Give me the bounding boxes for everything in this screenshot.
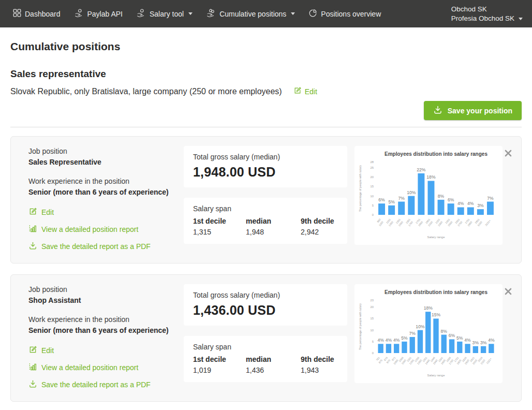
svg-text:15: 15 <box>371 317 374 320</box>
svg-text:18%: 18% <box>424 305 433 311</box>
salary-span-label: Salary span <box>193 343 338 351</box>
download-icon <box>433 105 442 116</box>
salary-distribution-chart: Employees distribution into salary range… <box>358 150 499 241</box>
ninth-decile-value: 1,943 <box>301 366 338 374</box>
svg-text:5: 5 <box>372 204 374 207</box>
nav-label: Cumulative positions <box>219 10 286 18</box>
svg-text:0: 0 <box>372 213 374 216</box>
median-header: median <box>246 355 301 363</box>
edit-position-link[interactable]: Edit <box>28 207 184 217</box>
svg-text:3%: 3% <box>477 203 484 208</box>
svg-text:6%: 6% <box>449 333 455 338</box>
svg-text:28: 28 <box>371 160 374 164</box>
total-salary-box: Total gross salary (median) 1,436.00 USD <box>184 284 347 326</box>
salary-span-box: Salary span 1st decile median 9th decile… <box>184 336 347 382</box>
svg-text:3%: 3% <box>480 340 487 345</box>
svg-text:4%: 4% <box>488 338 495 343</box>
caret-down-icon <box>519 18 523 20</box>
position-card-sales-representative: Job position Sales Representative Work e… <box>10 136 522 263</box>
page-title: Cumulative positions <box>10 27 522 53</box>
svg-text:Salary range: Salary range <box>427 236 445 239</box>
download-icon <box>28 379 37 390</box>
svg-text:Salary range: Salary range <box>427 374 445 377</box>
svg-text:7%: 7% <box>398 196 405 201</box>
job-position-label: Job position <box>28 147 184 155</box>
position-criteria: Slovak Republic, only Bratislava, large … <box>10 87 282 96</box>
position-title: Sales representative <box>10 68 522 80</box>
salary-span-label: Salary span <box>193 204 338 213</box>
svg-text:20: 20 <box>371 305 374 309</box>
svg-text:10: 10 <box>371 195 374 198</box>
edit-criteria-link[interactable]: Edit <box>293 86 317 96</box>
nav-item-dashboard[interactable]: Dashboard <box>6 0 67 27</box>
job-position-value: Sales Representative <box>28 158 184 166</box>
svg-text:15%: 15% <box>432 312 441 317</box>
median-header: median <box>246 217 301 225</box>
nav-label: Salary tool <box>150 10 184 18</box>
chart-panel: Employees distribution into salary range… <box>354 284 503 383</box>
first-decile-value: 1,019 <box>193 366 246 374</box>
total-salary-label: Total gross salary (median) <box>193 291 338 299</box>
median-value: 1,948 <box>246 228 301 236</box>
chart-panel: Employees distribution into salary range… <box>354 146 503 245</box>
download-icon <box>28 241 37 252</box>
save-position-button[interactable]: Save your position <box>424 101 522 120</box>
svg-text:4%: 4% <box>393 338 400 343</box>
position-info: Job position Sales Representative Work e… <box>28 146 184 252</box>
svg-text:22%: 22% <box>417 167 426 172</box>
ninth-decile-header: 9th decile <box>301 217 338 225</box>
svg-text:7%: 7% <box>409 331 416 336</box>
svg-text:4%: 4% <box>386 338 392 343</box>
close-card-button[interactable] <box>504 287 513 297</box>
svg-text:5: 5 <box>372 340 374 343</box>
salary-distribution-chart-box: Employees distribution into salary range… <box>354 146 503 245</box>
svg-text:5%: 5% <box>456 335 463 341</box>
save-pdf-link[interactable]: Save the detailed report as a PDF <box>28 379 184 390</box>
work-experience-value: Senior (more than 6 years of experience) <box>28 326 184 334</box>
hand-coin-icon <box>74 8 84 19</box>
svg-text:4%: 4% <box>467 201 474 206</box>
ninth-decile-value: 2,942 <box>301 228 338 236</box>
svg-text:25: 25 <box>371 166 374 169</box>
position-info: Job position Shop Assistant Work experie… <box>28 284 184 390</box>
nav-item-cumulative-positions[interactable]: Cumulative positions <box>199 0 302 27</box>
nav-item-salary-tool[interactable]: Salary tool <box>129 0 199 27</box>
total-salary-value: 1,948.00 USD <box>193 165 338 180</box>
first-decile-value: 1,315 <box>193 228 246 236</box>
section-divider <box>10 127 522 127</box>
view-report-link[interactable]: View a detailed position report <box>28 224 184 235</box>
pencil-edit-icon <box>28 207 37 217</box>
svg-text:3151+: 3151+ <box>484 219 491 227</box>
bar-chart-report-icon <box>28 224 37 235</box>
account-menu[interactable]: Obchod SK Profesia Obchod SK <box>451 5 523 23</box>
work-experience-label: Work experience in the position <box>28 315 184 324</box>
edit-position-link[interactable]: Edit <box>28 345 184 356</box>
svg-text:4%: 4% <box>377 338 384 343</box>
nav-item-positions-overview[interactable]: Positions overview <box>302 0 388 27</box>
svg-text:The percentage of people with: The percentage of people with salary <box>359 165 362 212</box>
job-position-value: Shop Assistant <box>28 296 184 304</box>
view-report-link[interactable]: View a detailed position report <box>28 362 184 373</box>
svg-text:0: 0 <box>372 352 374 355</box>
svg-text:6%: 6% <box>448 197 454 202</box>
close-card-button[interactable] <box>504 149 513 158</box>
total-salary-box: Total gross salary (median) 1,948.00 USD <box>184 146 347 187</box>
pencil-edit-icon <box>293 86 302 96</box>
salary-summary: Total gross salary (median) 1,436.00 USD… <box>184 284 347 382</box>
svg-text:4%: 4% <box>464 338 471 343</box>
hand-coin-icon <box>136 8 146 19</box>
nav-label: Paylab API <box>87 10 123 18</box>
svg-text:Employees distribution into sa: Employees distribution into salary range… <box>385 289 487 295</box>
svg-text:4%: 4% <box>457 201 464 206</box>
hand-coins-icon <box>206 8 216 19</box>
svg-text:23: 23 <box>371 299 374 302</box>
total-salary-label: Total gross salary (median) <box>193 153 338 161</box>
svg-text:2111+: 2111+ <box>485 357 492 364</box>
svg-text:8%: 8% <box>438 194 445 199</box>
svg-text:18%: 18% <box>426 174 436 180</box>
position-card-shop-assistant: Job position Shop Assistant Work experie… <box>10 274 522 402</box>
caret-down-icon <box>291 12 295 15</box>
salary-distribution-chart-box: Employees distribution into salary range… <box>354 284 503 383</box>
nav-item-paylab-api[interactable]: Paylab API <box>67 0 130 27</box>
save-pdf-link[interactable]: Save the detailed report as a PDF <box>28 241 184 252</box>
